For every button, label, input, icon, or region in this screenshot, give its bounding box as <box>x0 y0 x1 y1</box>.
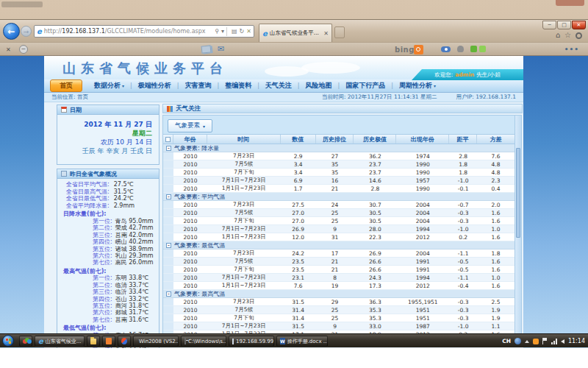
nav-item-2[interactable]: 极端性分析 <box>132 81 177 91</box>
nav-item-7[interactable]: 国家下行产品 <box>340 81 391 91</box>
taskbar-window-button[interactable]: C:\Windows\s... <box>181 336 226 347</box>
table-cell: 1.6 <box>477 234 514 241</box>
breadcrumb-value[interactable]: 首页 <box>77 93 88 100</box>
table-row[interactable]: 20107月下旬3.43523.719901.84.8 <box>163 169 514 177</box>
volume-icon[interactable] <box>561 339 564 344</box>
media-player-icon[interactable] <box>118 336 131 347</box>
table-row[interactable]: 20107月5候27.02530.52004-0.31.6 <box>163 209 514 217</box>
green-addon-icon-2[interactable] <box>479 46 486 52</box>
table-row[interactable]: 20107月23日24.21726.92004-1.11.8 <box>163 250 514 258</box>
table-row[interactable]: 20107月1日~7月23日26.9928.01994-1.01.0 <box>163 225 514 233</box>
nav-item-3[interactable]: 灾害查询 <box>179 81 217 91</box>
tray-app-icon[interactable] <box>533 339 539 344</box>
back-button[interactable]: ← <box>3 23 20 40</box>
table-row[interactable]: 20101月1日~7月23日12.03122.320120.21.6 <box>163 233 514 241</box>
table-row[interactable]: 20107月1日~7月23日23.1824.31994-1.11.0 <box>163 274 514 282</box>
toolbar-close-icon[interactable]: ✕ <box>6 46 11 53</box>
network-globe-icon[interactable] <box>514 338 521 344</box>
table-row[interactable]: 20107月5候3.43523.719901.84.8 <box>163 160 514 169</box>
explorer-folder-icon[interactable] <box>87 336 100 347</box>
green-addon-icon[interactable] <box>470 46 477 52</box>
table-row[interactable]: 20107月5候31.42535.31951-0.31.9 <box>163 306 514 314</box>
mail-icon[interactable]: ✉ <box>218 45 224 53</box>
stop-icon[interactable]: ✕ <box>246 28 251 35</box>
language-indicator[interactable]: CH <box>502 338 511 344</box>
nav-item-4[interactable]: 整编资料 <box>219 81 257 91</box>
nav-item-6[interactable]: 风险地图 <box>300 81 338 91</box>
window-maximize-button[interactable]: □ <box>557 21 571 29</box>
action-center-flag-icon[interactable] <box>542 338 548 344</box>
table-row[interactable]: 20107月23日31.52936.31955,1951-0.32.5 <box>163 298 514 306</box>
rank-row: 第六位:郯城 31.7℃ <box>57 309 159 316</box>
table-cell: -0.3 <box>449 307 477 314</box>
element-selector-button[interactable]: 气象要素 ▾ <box>168 119 212 132</box>
favorites-star-icon[interactable]: ☆ <box>564 32 571 39</box>
nav-item-0[interactable]: 首页 <box>50 79 82 92</box>
table-row[interactable]: 20101月1日~7月23日1.7212.81990-0.10.4 <box>163 185 514 193</box>
table-cell: -1.0 <box>449 323 477 330</box>
group-row[interactable]: -气象要素: 降水量 <box>163 144 514 152</box>
table-cell: 21 <box>316 258 354 265</box>
group-row[interactable]: -气象要素: 平均气温 <box>163 193 514 201</box>
window-minimize-button[interactable]: ─ <box>542 21 556 29</box>
start-button[interactable] <box>2 335 14 347</box>
compatibility-view-icon[interactable]: ▤ <box>232 28 237 35</box>
collapse-icon[interactable]: - <box>166 194 171 199</box>
table-row[interactable]: 20107月下旬27.02530.52004-0.31.6 <box>163 217 514 225</box>
window-close-button[interactable]: ✕ <box>572 21 586 29</box>
taskbar-window-button[interactable]: Win2008 (VS2... <box>133 336 179 347</box>
table-row[interactable]: 20107月23日27.52430.72004-0.72.0 <box>163 201 514 209</box>
table-row[interactable]: 20107月23日2.92736.219742.87.6 <box>163 152 514 160</box>
refresh-icon[interactable]: ↻ <box>240 28 245 35</box>
search-icon[interactable]: ⚲ <box>215 28 219 35</box>
table-cell: 31.5 <box>281 323 316 330</box>
tab-close-icon[interactable]: ✕ <box>323 30 329 37</box>
nav-item-1[interactable]: 数据分析▾ <box>88 81 130 91</box>
taskbar-window-button[interactable]: e山东省气候业... <box>35 336 85 347</box>
table-row[interactable]: 20107月1日~7月23日6.91614.61957-1.02.3 <box>163 177 514 185</box>
group-row[interactable]: -气象要素: 最高气温 <box>163 290 514 298</box>
report-icon <box>61 171 67 177</box>
session-meta: 当前时间: 2012年11月27日 11:14:31 星期二 用户IP: 192… <box>322 93 516 101</box>
date-panel-body: 2012 年 11 月 27 日 星期二 农历 10 月 14 日 壬辰 年 辛… <box>57 115 159 164</box>
background-window-titlebar <box>1 1 43 7</box>
pinned-media-icon[interactable] <box>19 336 32 347</box>
row-gutter-cell <box>163 209 173 216</box>
search-box-icon[interactable] <box>414 45 423 54</box>
paw-icon[interactable] <box>457 46 464 52</box>
collapse-icon[interactable]: - <box>166 243 171 248</box>
table-row[interactable]: 20107月5候23.52126.61991-0.51.6 <box>163 258 514 266</box>
taskbar-clock[interactable]: 11:14 <box>568 338 585 344</box>
new-tab-button[interactable] <box>334 26 345 38</box>
search-dropdown-icon[interactable]: ▾ <box>221 28 224 35</box>
nav-item-5[interactable]: 天气关注 <box>259 81 298 91</box>
pinned-app-icon[interactable] <box>102 336 115 347</box>
url-text: http://192.168.137.1/GLCCLIMATE/modules/… <box>44 28 212 35</box>
collapse-icon[interactable]: - <box>166 291 171 297</box>
browser-tab[interactable]: e 山东省气候业务平... ✕ <box>259 24 332 42</box>
tools-gear-icon[interactable] <box>576 32 582 39</box>
taskbar-window-button[interactable]: 192.168.59.99... <box>229 336 274 347</box>
toolbar-overflow-icon[interactable]: ••• <box>564 46 579 53</box>
network-signal-icon[interactable] <box>551 339 557 344</box>
photos-icon[interactable] <box>201 45 212 53</box>
scrollbar-thumb[interactable] <box>516 148 520 238</box>
group-row[interactable]: -气象要素: 最低气温 <box>163 241 514 250</box>
forward-button[interactable]: → <box>21 26 32 37</box>
welcome-prefix: 欢迎您: <box>434 71 453 79</box>
collapse-icon[interactable]: - <box>166 146 171 151</box>
table-row[interactable]: 20107月1日~7月23日31.5933.01987-1.01.1 <box>163 322 514 330</box>
table-row[interactable]: 20101月1日~7月23日7.61917.32012-0.41.6 <box>163 282 514 290</box>
address-bar[interactable]: e http://192.168.137.1/GLCCLIMATE/module… <box>34 25 254 38</box>
table-scrollbar[interactable] <box>514 115 522 339</box>
checkbox-icon[interactable] <box>165 137 171 142</box>
eye-icon[interactable] <box>441 46 451 52</box>
table-row[interactable]: 20107月下旬23.52126.61991-0.51.6 <box>163 266 514 274</box>
table-row[interactable]: 20107月下旬31.42535.31951-0.31.9 <box>163 314 514 322</box>
group-label: 气象要素: 最低气温 <box>174 241 225 250</box>
home-icon[interactable]: ⌂ <box>556 32 560 39</box>
compat-circle-icon[interactable]: ─ <box>19 45 28 54</box>
taskbar-window-button[interactable]: W操作手册.docx ... <box>276 336 328 347</box>
nav-item-8[interactable]: 周期性分析▾ <box>393 81 442 91</box>
show-hidden-icons-arrow[interactable] <box>525 340 529 343</box>
